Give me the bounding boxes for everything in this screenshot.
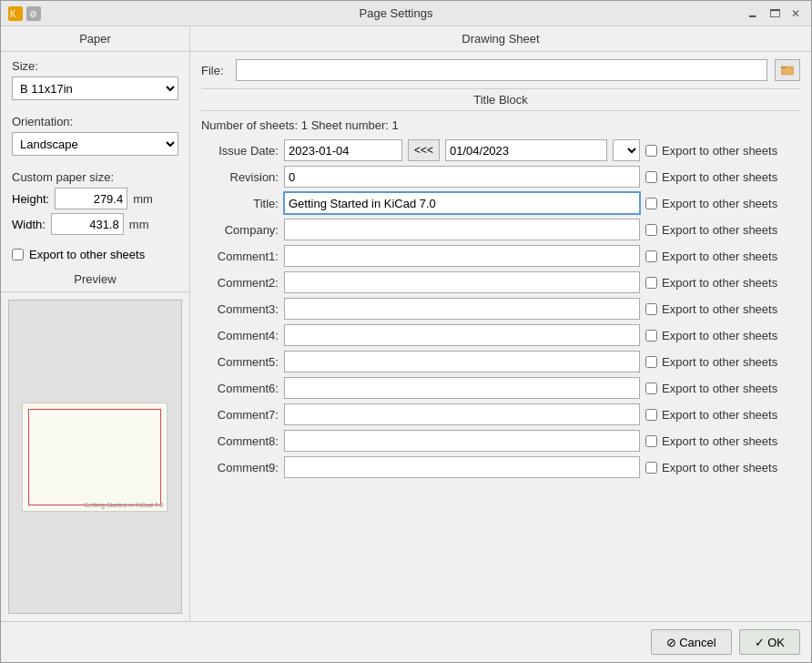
comment9-export-label: Export to other sheets <box>662 461 777 474</box>
company-export-checkbox[interactable] <box>645 224 657 236</box>
company-input[interactable] <box>284 219 640 240</box>
company-label: Company: <box>201 223 279 237</box>
comment1-export-label: Export to other sheets <box>662 250 777 263</box>
title-export: Export to other sheets <box>645 197 800 210</box>
left-panel: Paper Size: B 11x17in A4 A3 Letter Orien… <box>1 26 190 621</box>
title-export-checkbox[interactable] <box>645 198 657 209</box>
height-unit: mm <box>133 192 153 206</box>
page-settings-dialog: K ⚙ Page Settings 🗕 🗖 ✕ Paper Size: B 11… <box>0 0 812 663</box>
revision-export-label: Export to other sheets <box>662 170 777 184</box>
custom-size-label: Custom paper size: <box>12 170 178 184</box>
size-select[interactable]: B 11x17in A4 A3 Letter <box>12 76 178 100</box>
comment7-export: Export to other sheets <box>645 408 800 422</box>
comment6-export-checkbox[interactable] <box>645 382 657 394</box>
app-icon-2: ⚙ <box>26 6 41 21</box>
comment3-input[interactable] <box>284 298 640 320</box>
window-controls: 🗕 🗖 ✕ <box>744 6 804 21</box>
orientation-label: Orientation: <box>12 115 178 128</box>
comment7-export-checkbox[interactable] <box>645 409 657 421</box>
comment3-export-label: Export to other sheets <box>662 302 777 316</box>
comment6-export: Export to other sheets <box>645 382 800 395</box>
comment9-export: Export to other sheets <box>645 461 800 474</box>
title-block-header: Title Block <box>201 88 800 111</box>
width-unit: mm <box>129 218 149 231</box>
issue-date-input[interactable] <box>284 139 402 161</box>
comment8-row: Comment8: Export to other sheets <box>201 430 800 452</box>
issue-date-label: Issue Date: <box>201 144 279 158</box>
company-export-label: Export to other sheets <box>662 223 777 237</box>
comment3-export: Export to other sheets <box>645 302 800 316</box>
file-input[interactable] <box>236 59 767 81</box>
preview-canvas: Getting Started in KiCad 7.0 <box>8 300 182 614</box>
comment8-export: Export to other sheets <box>645 434 800 448</box>
comment3-label: Comment3: <box>201 302 279 316</box>
comment9-export-checkbox[interactable] <box>645 462 657 474</box>
comment2-export: Export to other sheets <box>645 276 800 290</box>
width-input[interactable] <box>51 213 124 235</box>
comment5-export: Export to other sheets <box>645 355 800 369</box>
title-row: Title: Export to other sheets <box>201 192 800 214</box>
comment2-export-checkbox[interactable] <box>645 277 657 289</box>
comment2-row: Comment2: Export to other sheets <box>201 271 800 293</box>
close-button[interactable]: ✕ <box>787 6 804 21</box>
right-panel: Drawing Sheet File: Title Block <box>190 26 811 621</box>
minimize-button[interactable]: 🗕 <box>744 6 762 21</box>
folder-icon <box>781 64 794 76</box>
orientation-select[interactable]: Landscape Portrait <box>12 132 178 156</box>
company-export: Export to other sheets <box>645 223 800 237</box>
comment4-export: Export to other sheets <box>645 329 800 342</box>
cancel-button[interactable]: ⊘ Cancel <box>651 629 732 655</box>
revision-label: Revision: <box>201 170 279 184</box>
custom-size-group: Custom paper size: Height: mm Width: mm <box>1 163 189 242</box>
paper-section-header: Paper <box>1 26 189 52</box>
revision-export-checkbox[interactable] <box>645 171 657 183</box>
comment8-export-label: Export to other sheets <box>662 434 777 448</box>
comment6-row: Comment6: Export to other sheets <box>201 377 800 399</box>
file-browse-button[interactable] <box>775 59 800 81</box>
comment6-input[interactable] <box>284 377 640 399</box>
height-input[interactable] <box>55 188 127 209</box>
svg-text:⚙: ⚙ <box>29 9 37 19</box>
issue-date-row: Issue Date: <<< Export to other sheets <box>201 139 800 161</box>
comment4-input[interactable] <box>284 324 640 346</box>
size-label: Size: <box>12 59 178 73</box>
maximize-button[interactable]: 🗖 <box>766 6 784 21</box>
comment1-export-checkbox[interactable] <box>645 250 657 262</box>
comment2-label: Comment2: <box>201 276 279 290</box>
comment4-label: Comment4: <box>201 329 279 342</box>
comment8-export-checkbox[interactable] <box>645 435 657 447</box>
issue-date-export: Export to other sheets <box>645 144 800 158</box>
comment5-export-checkbox[interactable] <box>645 356 657 368</box>
comment4-export-checkbox[interactable] <box>645 330 657 342</box>
preview-paper: Getting Started in KiCad 7.0 <box>22 403 167 512</box>
comment4-export-label: Export to other sheets <box>662 329 777 342</box>
comment4-row: Comment4: Export to other sheets <box>201 324 800 346</box>
comment2-input[interactable] <box>284 271 640 293</box>
comment3-export-checkbox[interactable] <box>645 303 657 315</box>
date-format-select[interactable] <box>613 139 640 161</box>
comment7-input[interactable] <box>284 403 640 425</box>
issue-date-export-checkbox[interactable] <box>645 145 657 157</box>
ok-button[interactable]: ✓ OK <box>739 629 800 655</box>
comment1-export: Export to other sheets <box>645 250 800 263</box>
drawing-sheet-area: File: Title Block Number of sheets: 1 Sh… <box>190 52 811 621</box>
comment9-row: Comment9: Export to other sheets <box>201 456 800 478</box>
comment8-input[interactable] <box>284 430 640 452</box>
comment9-input[interactable] <box>284 456 640 478</box>
comment7-label: Comment7: <box>201 408 279 422</box>
comment7-row: Comment7: Export to other sheets <box>201 403 800 425</box>
main-content: Paper Size: B 11x17in A4 A3 Letter Orien… <box>1 26 811 621</box>
title-input[interactable] <box>284 192 640 214</box>
date-display-input[interactable] <box>445 139 607 161</box>
date-prev-button[interactable]: <<< <box>408 139 440 161</box>
title-export-label: Export to other sheets <box>662 197 777 210</box>
comment6-export-label: Export to other sheets <box>662 382 777 395</box>
comment5-export-label: Export to other sheets <box>662 355 777 369</box>
comment1-input[interactable] <box>284 245 640 267</box>
comment5-input[interactable] <box>284 351 640 372</box>
file-label: File: <box>201 64 228 77</box>
revision-input[interactable] <box>284 166 640 188</box>
sheets-info: Number of sheets: 1 Sheet number: 1 <box>201 115 800 139</box>
left-export-checkbox[interactable] <box>12 249 24 260</box>
comment3-row: Comment3: Export to other sheets <box>201 298 800 320</box>
